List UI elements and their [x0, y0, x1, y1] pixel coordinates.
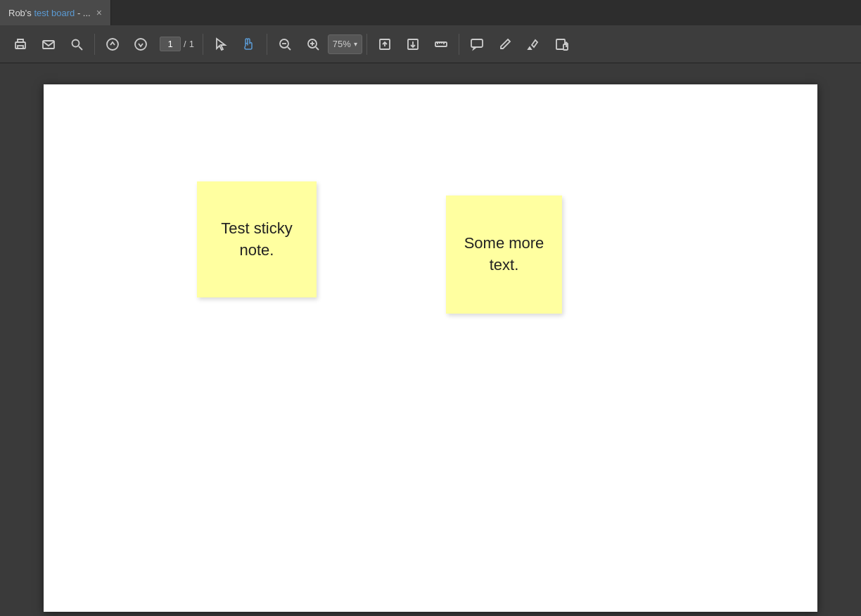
svg-point-6 — [135, 39, 146, 50]
zoom-in-button[interactable] — [300, 30, 326, 58]
arrow-up-icon — [106, 37, 120, 51]
sticky-note-2-text: Some more text. — [457, 233, 551, 276]
comment-button[interactable] — [464, 30, 490, 58]
hand-tool-button[interactable] — [236, 30, 262, 58]
zoom-out-icon — [278, 37, 292, 51]
prev-page-button[interactable] — [99, 30, 126, 58]
print-button[interactable] — [7, 30, 34, 58]
hand-icon — [242, 37, 256, 51]
sticky-note-2[interactable]: Some more text. — [446, 195, 562, 314]
canvas-area: Test sticky note. Some more text. — [0, 63, 861, 616]
svg-rect-26 — [563, 44, 568, 50]
search-button[interactable] — [63, 30, 90, 58]
print-icon — [13, 37, 27, 51]
divider-5 — [459, 34, 459, 55]
svg-line-10 — [288, 47, 291, 50]
toolbar: 1 / 1 75% ▾ — [0, 25, 861, 63]
divider-3 — [267, 34, 267, 55]
cursor-tool-button[interactable] — [208, 30, 234, 58]
fit-width-icon — [406, 37, 420, 51]
divider-2 — [203, 34, 203, 55]
zoom-in-icon — [306, 37, 320, 51]
zoom-out-button[interactable] — [272, 30, 298, 58]
measure-button[interactable] — [428, 30, 454, 58]
svg-point-5 — [107, 39, 118, 50]
page-total: 1 — [189, 39, 194, 49]
svg-rect-2 — [43, 41, 54, 49]
pencil-icon — [498, 37, 512, 51]
divider-1 — [94, 34, 95, 55]
export-icon — [554, 37, 568, 51]
svg-line-14 — [316, 47, 319, 50]
email-button[interactable] — [35, 30, 62, 58]
comment-icon — [470, 37, 484, 51]
svg-rect-1 — [18, 46, 23, 49]
highlight-icon — [526, 37, 540, 51]
export-button[interactable] — [548, 30, 575, 58]
svg-point-3 — [72, 39, 79, 46]
measure-icon — [434, 37, 448, 51]
arrow-down-icon — [134, 37, 148, 51]
tab-title: Rob's test board - ... — [8, 8, 91, 18]
page-navigation: 1 / 1 — [155, 37, 198, 51]
sticky-note-1[interactable]: Test sticky note. — [197, 181, 317, 297]
search-icon — [70, 37, 84, 51]
fit-page-button[interactable] — [371, 30, 398, 58]
pencil-button[interactable] — [492, 30, 518, 58]
email-icon — [42, 37, 56, 51]
page-number-input[interactable]: 1 — [160, 37, 181, 51]
cursor-icon — [214, 37, 228, 51]
fit-width-button[interactable] — [400, 30, 426, 58]
document-page: Test sticky note. Some more text. — [44, 84, 817, 612]
zoom-value: 75% — [333, 39, 351, 49]
zoom-selector[interactable]: 75% ▾ — [328, 34, 362, 54]
zoom-arrow-icon: ▾ — [354, 40, 357, 48]
sticky-note-1-text: Test sticky note. — [208, 218, 305, 262]
next-page-button[interactable] — [127, 30, 154, 58]
page-separator: / — [184, 39, 186, 49]
fit-page-icon — [378, 37, 392, 51]
svg-marker-7 — [217, 39, 225, 50]
svg-line-4 — [79, 46, 82, 50]
divider-4 — [366, 34, 367, 55]
close-icon[interactable]: × — [96, 8, 102, 18]
tab-bar: Rob's test board - ... × — [0, 0, 861, 25]
tab-rob-test-board[interactable]: Rob's test board - ... × — [0, 0, 111, 25]
highlight-button[interactable] — [520, 30, 547, 58]
svg-rect-24 — [471, 39, 483, 47]
